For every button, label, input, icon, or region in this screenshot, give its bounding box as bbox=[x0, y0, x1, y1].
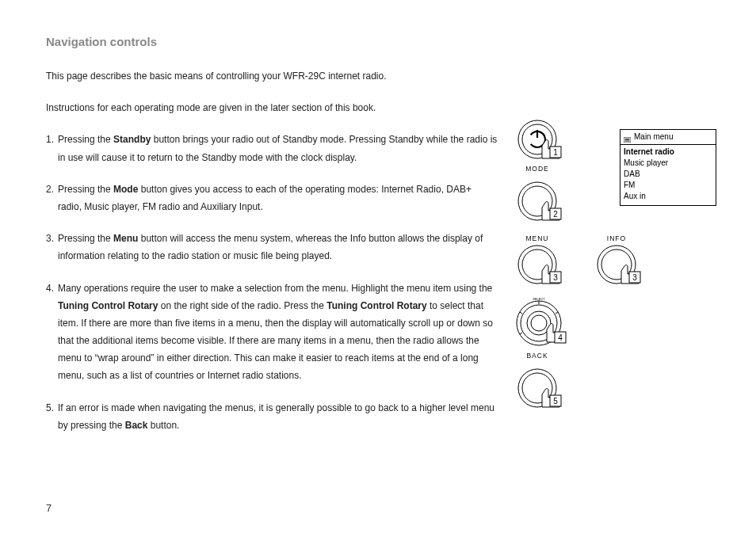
list-item-3: 3. Pressing the Menu button will access … bbox=[46, 230, 498, 265]
figure-menu: MENU 3 bbox=[515, 233, 571, 291]
list-item-number: 5. bbox=[46, 399, 58, 434]
list-item-body: If an error is made when navigating the … bbox=[58, 399, 498, 434]
manual-page: Navigation controls This page describes … bbox=[0, 0, 756, 533]
bold-tuning-rotary-2: Tuning Control Rotary bbox=[326, 300, 426, 311]
callout-5: 5 bbox=[553, 397, 558, 405]
list-item-body: Pressing the Mode button gives you acces… bbox=[58, 181, 498, 215]
menu-list-icon bbox=[624, 135, 631, 140]
callout-4: 4 bbox=[558, 333, 563, 342]
list-item-number: 3. bbox=[46, 230, 58, 265]
bold-tuning-rotary-1: Tuning Control Rotary bbox=[58, 300, 158, 311]
list-item-4: 4. Many operations require the user to m… bbox=[46, 280, 498, 385]
menu-item-aux-in: Aux in bbox=[624, 191, 712, 202]
standby-button-icon: 1 bbox=[515, 119, 571, 163]
label-mode: MODE bbox=[515, 165, 559, 173]
main-menu-title: Main menu bbox=[634, 131, 673, 143]
intro-para-1: This page describes the basic means of c… bbox=[46, 67, 498, 85]
callout-3b: 3 bbox=[632, 273, 637, 282]
back-button-icon: 5 bbox=[515, 367, 571, 412]
svg-point-17 bbox=[531, 315, 547, 331]
bold-mode: Mode bbox=[113, 184, 138, 195]
menu-item-dab: DAB bbox=[624, 169, 712, 180]
label-back: BACK bbox=[515, 352, 559, 360]
list-item-number: 1. bbox=[46, 131, 58, 166]
list-item-number: 4. bbox=[46, 280, 58, 385]
menu-button-icon: 3 bbox=[515, 244, 571, 288]
label-menu: MENU bbox=[515, 234, 559, 242]
menu-item-fm: FM bbox=[624, 180, 712, 191]
rotary-knob-icon: SELECT 4 bbox=[515, 298, 577, 350]
main-menu-title-row: Main menu bbox=[620, 130, 716, 145]
list-item-1: 1. Pressing the Standby button brings yo… bbox=[46, 131, 498, 166]
list-item-number: 2. bbox=[46, 181, 58, 215]
menu-item-internet-radio: Internet radio bbox=[624, 147, 712, 158]
figure-back: 5 bbox=[515, 367, 571, 412]
callout-3a: 3 bbox=[553, 273, 558, 282]
figure-standby: 1 MODE bbox=[515, 119, 571, 173]
figure-menu-info-pair: MENU 3 INFO bbox=[515, 233, 610, 291]
intro-para-2: Instructions for each operating mode are… bbox=[46, 99, 498, 116]
callout-2: 2 bbox=[553, 210, 558, 219]
bold-back: Back bbox=[125, 420, 148, 431]
list-item-2: 2. Pressing the Mode button gives you ac… bbox=[46, 181, 498, 215]
list-item-body: Many operations require the user to make… bbox=[58, 280, 498, 385]
display-main-menu: Main menu Internet radio Music player DA… bbox=[620, 129, 716, 206]
callout-1: 1 bbox=[553, 148, 558, 157]
bold-menu: Menu bbox=[113, 233, 138, 244]
list-item-body: Pressing the Menu button will access the… bbox=[58, 230, 498, 265]
body-text: This page describes the basic means of c… bbox=[46, 67, 498, 448]
figure-mode: 2 bbox=[515, 181, 571, 225]
main-menu-items: Internet radio Music player DAB FM Aux i… bbox=[620, 145, 716, 205]
mode-button-icon: 2 bbox=[515, 181, 571, 225]
menu-item-music-player: Music player bbox=[624, 158, 712, 169]
list-item-5: 5. If an error is made when navigating t… bbox=[46, 399, 498, 434]
bold-standby: Standby bbox=[113, 134, 151, 145]
page-title: Navigation controls bbox=[46, 35, 157, 48]
info-button-icon: 3 bbox=[594, 244, 650, 288]
svg-text:SELECT: SELECT bbox=[533, 298, 545, 301]
figure-info: INFO 3 bbox=[594, 233, 650, 291]
figure-column: 1 MODE 2 MENU bbox=[515, 119, 610, 420]
figure-tuning-rotary: SELECT 4 BACK bbox=[515, 298, 571, 360]
page-number: 7 bbox=[46, 502, 52, 514]
label-info: INFO bbox=[594, 234, 639, 242]
list-item-body: Pressing the Standby button brings your … bbox=[58, 131, 498, 166]
